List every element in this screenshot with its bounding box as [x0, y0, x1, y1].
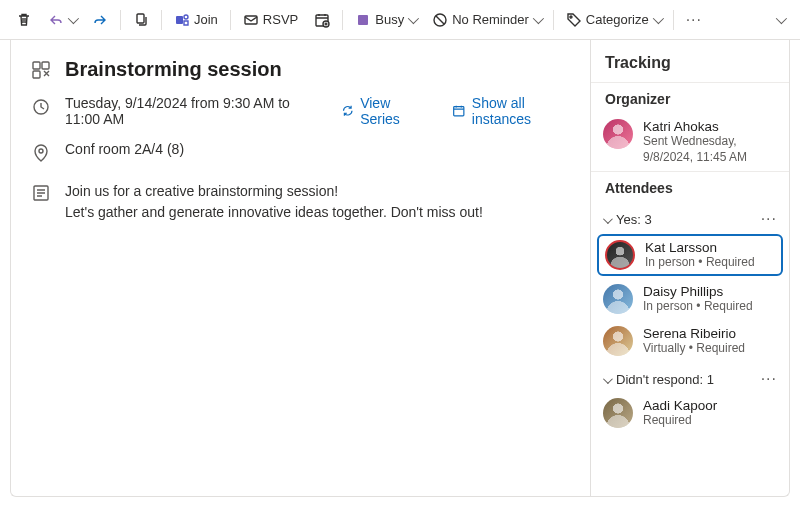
copy-button[interactable] — [127, 8, 155, 32]
toolbar-divider — [230, 10, 231, 30]
svg-point-8 — [570, 16, 572, 18]
attendee-group-noresponse[interactable]: Didn't respond: 1 ··· — [591, 362, 789, 392]
event-title: Brainstorming session — [65, 58, 282, 81]
tracking-heading: Tracking — [591, 40, 789, 82]
toolbar-divider — [161, 10, 162, 30]
event-details-pane: Brainstorming session Tuesday, 9/14/2024… — [10, 40, 590, 497]
calendar-add-button[interactable] — [308, 8, 336, 32]
organizer-sent: Sent Wednesday, 9/8/2024, 11:45 AM — [643, 134, 777, 165]
attendee-entry[interactable]: Kat Larsson In person • Required — [597, 234, 783, 276]
delete-button[interactable] — [10, 8, 38, 32]
show-all-instances-link[interactable]: Show all instances — [452, 95, 570, 127]
meeting-type-icon — [31, 60, 51, 80]
categorize-label: Categorize — [586, 12, 649, 27]
calendar-icon — [452, 103, 466, 119]
svg-rect-1 — [176, 16, 183, 24]
busy-dropdown[interactable]: Busy — [349, 8, 422, 32]
reply-icon — [48, 12, 64, 28]
attendee-entry[interactable]: Serena Ribeirio Virtually • Required — [591, 320, 789, 362]
attendee-name: Daisy Phillips — [643, 284, 753, 299]
view-series-label: View Series — [360, 95, 422, 127]
attendee-meta: In person • Required — [643, 299, 753, 313]
avatar — [603, 119, 633, 149]
avatar — [603, 326, 633, 356]
clock-icon — [31, 97, 51, 117]
chevron-down-icon — [68, 12, 79, 23]
svg-rect-3 — [245, 16, 257, 24]
location-icon — [31, 143, 51, 163]
toolbar-divider — [673, 10, 674, 30]
group-label: Didn't respond: 1 — [616, 372, 714, 387]
collapse-ribbon-button[interactable] — [770, 12, 790, 28]
forward-icon — [92, 12, 108, 28]
chevron-down-icon — [533, 12, 544, 23]
toolbar: Join RSVP Busy No Reminder — [0, 0, 800, 40]
organizer-entry[interactable]: Katri Ahokas Sent Wednesday, 9/8/2024, 1… — [591, 113, 789, 171]
reminder-label: No Reminder — [452, 12, 529, 27]
trash-icon — [16, 12, 32, 28]
busy-label: Busy — [375, 12, 404, 27]
svg-rect-9 — [33, 62, 40, 69]
attendee-entry[interactable]: Daisy Phillips In person • Required — [591, 278, 789, 320]
attendee-name: Aadi Kapoor — [643, 398, 717, 413]
more-icon: ··· — [686, 11, 702, 29]
recurrence-icon — [341, 103, 355, 119]
avatar — [605, 240, 635, 270]
reminder-dropdown[interactable]: No Reminder — [426, 8, 547, 32]
more-button[interactable]: ··· — [680, 7, 708, 33]
attendee-group-yes[interactable]: Yes: 3 ··· — [591, 202, 789, 232]
svg-rect-11 — [33, 71, 40, 78]
group-more-button[interactable]: ··· — [761, 210, 777, 228]
svg-point-2 — [184, 15, 188, 19]
copy-icon — [133, 12, 149, 28]
attendee-name: Serena Ribeirio — [643, 326, 745, 341]
svg-rect-6 — [358, 15, 368, 25]
toolbar-divider — [553, 10, 554, 30]
busy-icon — [355, 12, 371, 28]
notes-icon — [31, 183, 51, 203]
attendee-meta: Virtually • Required — [643, 341, 745, 355]
event-body-line: Let's gather and generate innovative ide… — [65, 202, 483, 223]
categorize-dropdown[interactable]: Categorize — [560, 8, 667, 32]
reply-button[interactable] — [42, 8, 82, 32]
avatar — [603, 284, 633, 314]
svg-point-14 — [39, 149, 43, 153]
chevron-down-icon — [652, 12, 663, 23]
tracking-pane: Tracking Organizer Katri Ahokas Sent Wed… — [590, 40, 790, 497]
svg-rect-13 — [454, 107, 464, 116]
tag-icon — [566, 12, 582, 28]
chevron-down-icon — [408, 12, 419, 23]
event-datetime: Tuesday, 9/14/2024 from 9:30 AM to 11:00… — [65, 95, 311, 127]
attendee-name: Kat Larsson — [645, 240, 755, 255]
calendar-add-icon — [314, 12, 330, 28]
no-reminder-icon — [432, 12, 448, 28]
event-body: Join us for a creative brainstorming ses… — [65, 181, 483, 223]
chevron-down-icon — [603, 214, 613, 224]
envelope-icon — [243, 12, 259, 28]
group-more-button[interactable]: ··· — [761, 370, 777, 388]
attendee-entry[interactable]: Aadi Kapoor Required — [591, 392, 789, 434]
group-label: Yes: 3 — [616, 212, 652, 227]
attendee-meta: In person • Required — [645, 255, 755, 269]
svg-rect-0 — [137, 14, 144, 23]
toolbar-divider — [342, 10, 343, 30]
toolbar-divider — [120, 10, 121, 30]
attendee-meta: Required — [643, 413, 717, 427]
join-label: Join — [194, 12, 218, 27]
organizer-name: Katri Ahokas — [643, 119, 777, 134]
rsvp-button[interactable]: RSVP — [237, 8, 304, 32]
rsvp-label: RSVP — [263, 12, 298, 27]
view-series-link[interactable]: View Series — [341, 95, 423, 127]
chevron-down-icon — [603, 374, 613, 384]
chevron-down-icon — [776, 12, 787, 23]
svg-rect-10 — [42, 62, 49, 69]
show-all-label: Show all instances — [472, 95, 570, 127]
event-body-line: Join us for a creative brainstorming ses… — [65, 181, 483, 202]
event-location: Conf room 2A/4 (8) — [65, 141, 184, 157]
teams-icon — [174, 12, 190, 28]
join-button[interactable]: Join — [168, 8, 224, 32]
attendees-section-label: Attendees — [591, 171, 789, 202]
organizer-section-label: Organizer — [591, 82, 789, 113]
avatar — [603, 398, 633, 428]
forward-button[interactable] — [86, 8, 114, 32]
